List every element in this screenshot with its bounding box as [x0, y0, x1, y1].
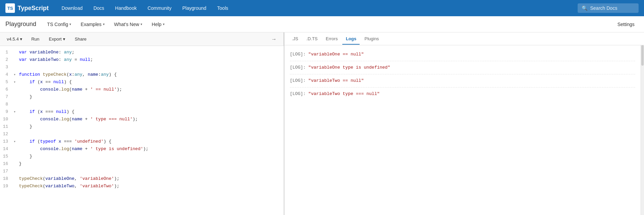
editor-panel: v4.5.4 ▾ Run Export ▾ Share → — [0, 32, 284, 215]
log-msg-2: "variableOne type is undefined" — [308, 65, 390, 70]
playground-title: Playground — [5, 21, 36, 28]
nav-tools[interactable]: Tools — [212, 3, 233, 14]
version-selector[interactable]: v4.5.4 ▾ — [4, 35, 25, 43]
nav-community[interactable]: Community — [143, 3, 176, 14]
code-line-7: 7 } — [0, 93, 284, 101]
output-panel: .JS .D.TS Errors Logs Plugins [LOG]: "va… — [284, 32, 644, 215]
code-line-1: 1 var variableOne: any; — [0, 49, 284, 56]
fold-5[interactable]: ▾ — [14, 78, 19, 86]
line-number-17: 17 — [0, 168, 14, 175]
nav-links: Download Docs Handbook Community Playgro… — [57, 3, 578, 14]
tab-plugins[interactable]: Plugins — [361, 33, 382, 45]
nav-playground[interactable]: Playground — [177, 3, 211, 14]
examples-chevron: ▾ — [103, 22, 105, 26]
log-area: [LOG]: "variableOne == null" [LOG]: "var… — [284, 45, 641, 215]
ts-logo-icon: TS — [5, 3, 15, 13]
line-number-11: 11 — [0, 123, 14, 130]
right-content: [LOG]: "variableOne == null" [LOG]: "var… — [284, 45, 644, 215]
search-label: Search Docs — [590, 5, 617, 11]
output-tabs: .JS .D.TS Errors Logs Plugins — [284, 32, 644, 45]
code-content-19: typeCheck(variableTwo, 'variableTwo'); — [19, 183, 278, 190]
search-icon: 🔍 — [582, 5, 587, 11]
tab-logs[interactable]: Logs — [342, 33, 360, 45]
tsconfig-label: TS Config — [47, 22, 68, 27]
share-button[interactable]: Share — [71, 35, 90, 43]
line-number-13: 13 — [0, 138, 14, 145]
code-content-16: } — [19, 160, 278, 168]
tsconfig-menu[interactable]: TS Config ▾ — [43, 20, 75, 29]
code-content-5: if (x == null) { — [19, 78, 278, 86]
line-number-8: 8 — [0, 101, 14, 108]
fold-13[interactable]: ▾ — [14, 138, 19, 145]
log-msg-3: "variableTwo == null" — [308, 78, 364, 83]
tab-js[interactable]: .JS — [288, 33, 302, 45]
code-content-9: if (x === null) { — [19, 108, 278, 116]
code-content-2: var variableTwo: any = null; — [19, 56, 278, 64]
log-tag-4: [LOG]: — [290, 91, 308, 96]
line-number-1: 1 — [0, 49, 14, 56]
line-number-7: 7 — [0, 93, 14, 101]
line-number-14: 14 — [0, 145, 14, 153]
code-line-19: 19 typeCheck(variableTwo, 'variableTwo')… — [0, 183, 284, 190]
log-tag-1: [LOG]: — [290, 52, 308, 57]
top-nav: TS TypeScript Download Docs Handbook Com… — [0, 0, 644, 16]
code-content-1: var variableOne: any; — [19, 49, 278, 56]
line-number-3: 3 — [0, 64, 14, 71]
tab-dts[interactable]: .D.TS — [303, 33, 321, 45]
help-menu[interactable]: Help ▾ — [148, 20, 169, 29]
log-msg-1: "variableOne == null" — [308, 52, 364, 57]
tab-errors[interactable]: Errors — [322, 33, 341, 45]
code-line-5: 5 ▾ if (x == null) { — [0, 78, 284, 86]
line-number-9: 9 — [0, 108, 14, 116]
export-label: Export — [49, 37, 62, 42]
line-number-15: 15 — [0, 153, 14, 160]
panels-row: v4.5.4 ▾ Run Export ▾ Share → — [0, 32, 644, 215]
nav-download[interactable]: Download — [57, 3, 87, 14]
search-area[interactable]: 🔍 Search Docs — [578, 3, 639, 13]
code-line-3: 3 — [0, 64, 284, 71]
line-number-6: 6 — [0, 86, 14, 93]
code-content-4: function typeCheck(x:any, name:any) { — [19, 71, 278, 78]
code-content-13: if (typeof x === 'undefined') { — [19, 138, 278, 145]
line-number-16: 16 — [0, 160, 14, 168]
code-content-14: console.log(name + ' type is undefined')… — [19, 145, 278, 153]
examples-menu[interactable]: Examples ▾ — [77, 20, 108, 29]
fold-4[interactable]: ▾ — [14, 71, 19, 78]
version-label: v4.5.4 — [7, 37, 19, 42]
code-line-9: 9 ▾ if (x === null) { — [0, 108, 284, 116]
code-line-16: 16 } — [0, 160, 284, 168]
code-content-7: } — [19, 93, 278, 101]
whatsnew-menu[interactable]: What's New ▾ — [110, 20, 146, 29]
output-scrollbar[interactable] — [641, 45, 644, 215]
code-editor[interactable]: 1 var variableOne: any; 2 var variableTw… — [0, 46, 284, 215]
code-content-11: } — [19, 123, 278, 130]
share-label: Share — [75, 37, 87, 42]
code-line-13: 13 ▾ if (typeof x === 'undefined') { — [0, 138, 284, 145]
run-label: Run — [31, 37, 39, 42]
output-scrollbar-thumb — [641, 45, 644, 66]
settings-button[interactable]: Settings — [613, 20, 639, 29]
fold-9[interactable]: ▾ — [14, 108, 19, 116]
examples-label: Examples — [81, 22, 101, 27]
line-number-5: 5 — [0, 78, 14, 86]
run-button[interactable]: Run — [28, 35, 43, 43]
collapse-button[interactable]: → — [269, 35, 279, 44]
version-chevron: ▾ — [20, 37, 22, 42]
code-content-18: typeCheck(variableOne, 'variableOne'); — [19, 175, 278, 183]
export-button[interactable]: Export ▾ — [45, 35, 69, 43]
code-line-11: 11 } — [0, 123, 284, 130]
line-number-18: 18 — [0, 175, 14, 183]
code-line-8: 8 — [0, 101, 284, 108]
code-line-15: 15 } — [0, 153, 284, 160]
help-label: Help — [152, 22, 162, 27]
line-number-10: 10 — [0, 116, 14, 123]
log-msg-4: "variableTwo type === null" — [308, 91, 380, 96]
logo-area[interactable]: TS TypeScript — [5, 3, 49, 13]
code-line-18: 18 typeCheck(variableOne, 'variableOne')… — [0, 175, 284, 183]
app-container: TS TypeScript Download Docs Handbook Com… — [0, 0, 644, 215]
nav-handbook[interactable]: Handbook — [110, 3, 142, 14]
log-entry-4: [LOG]: "variableTwo type === null" — [290, 88, 635, 100]
code-content-10: console.log(name + ' type === null'); — [19, 116, 278, 123]
nav-docs[interactable]: Docs — [89, 3, 109, 14]
line-number-2: 2 — [0, 56, 14, 64]
